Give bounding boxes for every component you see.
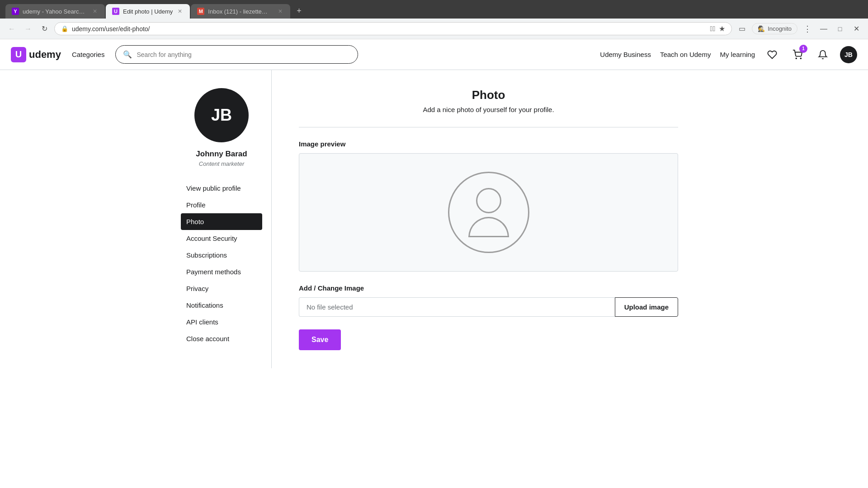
browser-chrome: Y udemy - Yahoo Search Results ✕ U Edit …	[0, 0, 868, 19]
sidebar-user-title: Content marketer	[181, 160, 262, 167]
sidebar-item-payment-methods[interactable]: Payment methods	[181, 263, 262, 280]
image-preview-box	[299, 153, 678, 272]
page-subtitle: Add a nice photo of yourself for your pr…	[299, 106, 678, 113]
browser-tab-tab2[interactable]: U Edit photo | Udemy ✕	[106, 4, 190, 19]
categories-button[interactable]: Categories	[68, 47, 108, 62]
browser-tab-tab3[interactable]: M Inbox (121) - liezette@pageflo... ✕	[191, 4, 290, 19]
add-change-label: Add / Change Image	[299, 284, 678, 292]
preview-placeholder	[448, 172, 529, 253]
browser-toolbar: ← → ↻ 🔒 udemy.com/user/edit-photo/ 👁̸ ★ …	[0, 19, 868, 39]
sidebar-nav: View public profileProfilePhotoAccount S…	[181, 180, 262, 347]
incognito-icon: 🕵️	[758, 25, 765, 32]
browser-tabs: Y udemy - Yahoo Search Results ✕ U Edit …	[5, 4, 863, 19]
minimize-button[interactable]: —	[817, 23, 830, 35]
heart-icon	[767, 50, 777, 60]
sidebar-avatar: JB	[194, 88, 249, 142]
sidebar: JB Johnny Barad Content marketer View pu…	[163, 70, 271, 368]
bell-icon	[818, 50, 828, 60]
my-learning-link[interactable]: My learning	[720, 51, 755, 58]
eye-slash-icon: 👁̸	[710, 25, 716, 33]
avatar-placeholder-icon	[448, 172, 529, 253]
upload-image-button[interactable]: Upload image	[615, 297, 678, 317]
file-upload-row: No file selected Upload image	[299, 297, 678, 317]
tab-favicon: M	[197, 8, 204, 15]
incognito-label: Incognito	[768, 25, 792, 32]
notifications-button[interactable]	[815, 47, 831, 63]
udemy-logo-icon: U	[11, 47, 26, 62]
lock-icon: 🔒	[61, 25, 68, 32]
sidebar-item-account-security[interactable]: Account Security	[181, 230, 262, 247]
address-bar[interactable]: 🔒 udemy.com/user/edit-photo/ 👁̸ ★	[54, 22, 732, 35]
cart-button[interactable]: 1	[789, 47, 806, 63]
udemy-logo[interactable]: U udemy	[11, 47, 61, 62]
tab-close-icon[interactable]: ✕	[91, 8, 99, 15]
tab-label: Edit photo | Udemy	[123, 8, 173, 15]
nav-links: Udemy Business Teach on Udemy My learnin…	[600, 46, 857, 63]
tab-close-icon[interactable]: ✕	[176, 8, 184, 15]
tab-favicon: U	[112, 8, 119, 15]
sidebar-item-close-account[interactable]: Close account	[181, 330, 262, 347]
sidebar-item-api-clients[interactable]: API clients	[181, 314, 262, 330]
incognito-badge: 🕵️ Incognito	[752, 23, 797, 34]
cast-icon[interactable]: ▭	[736, 23, 748, 35]
page: U udemy Categories 🔍 Udemy Business Teac…	[0, 39, 868, 484]
search-icon: 🔍	[123, 50, 132, 59]
sidebar-item-profile[interactable]: Profile	[181, 197, 262, 213]
save-button[interactable]: Save	[299, 329, 341, 350]
divider	[299, 127, 678, 127]
maximize-button[interactable]: □	[834, 23, 846, 35]
back-button[interactable]: ←	[5, 23, 18, 35]
sidebar-item-photo[interactable]: Photo	[181, 213, 262, 230]
tab-label: udemy - Yahoo Search Results	[23, 8, 88, 15]
avatar-head	[476, 188, 501, 213]
no-file-text: No file selected	[307, 303, 353, 311]
udemy-logo-text: udemy	[29, 49, 61, 61]
udemy-business-link[interactable]: Udemy Business	[600, 51, 651, 58]
sidebar-user-name: Johnny Barad	[181, 150, 262, 159]
search-input[interactable]	[137, 51, 350, 58]
svg-point-0	[796, 58, 797, 59]
cart-badge: 1	[799, 45, 807, 53]
avatar-body	[468, 217, 509, 237]
tab-close-icon[interactable]: ✕	[277, 8, 284, 15]
menu-button[interactable]: ⋮	[801, 23, 814, 35]
sidebar-item-view-public-profile[interactable]: View public profile	[181, 180, 262, 197]
close-button[interactable]: ✕	[850, 23, 863, 35]
svg-point-1	[800, 58, 801, 59]
user-avatar-button[interactable]: JB	[840, 46, 857, 63]
sidebar-item-notifications[interactable]: Notifications	[181, 297, 262, 314]
tab-label: Inbox (121) - liezette@pageflo...	[208, 8, 273, 15]
forward-button[interactable]: →	[22, 23, 34, 35]
sidebar-item-subscriptions[interactable]: Subscriptions	[181, 247, 262, 263]
browser-tab-tab1[interactable]: Y udemy - Yahoo Search Results ✕	[5, 4, 105, 19]
navbar: U udemy Categories 🔍 Udemy Business Teac…	[0, 39, 868, 70]
new-tab-button[interactable]: +	[291, 4, 307, 19]
url-text: udemy.com/user/edit-photo/	[72, 25, 707, 33]
wishlist-button[interactable]	[764, 47, 780, 63]
search-bar[interactable]: 🔍	[115, 45, 358, 64]
image-preview-label: Image preview	[299, 140, 678, 148]
main-container: JB Johnny Barad Content marketer View pu…	[163, 70, 705, 368]
teach-on-udemy-link[interactable]: Teach on Udemy	[660, 51, 711, 58]
star-icon[interactable]: ★	[719, 24, 725, 33]
page-title: Photo	[299, 88, 678, 102]
sidebar-item-privacy[interactable]: Privacy	[181, 280, 262, 297]
browser-actions: ▭ 🕵️ Incognito ⋮ — □ ✕	[736, 23, 863, 35]
tab-favicon: Y	[12, 8, 19, 15]
content-area: Photo Add a nice photo of yourself for y…	[271, 70, 705, 368]
reload-button[interactable]: ↻	[38, 23, 51, 35]
file-input-display: No file selected	[299, 297, 615, 317]
